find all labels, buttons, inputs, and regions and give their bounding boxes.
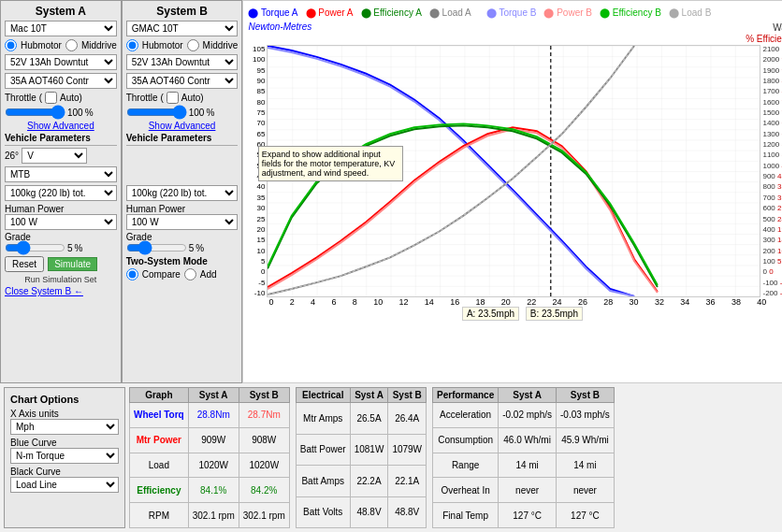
system-b-throttle-label: Throttle ( (126, 93, 164, 103)
system-b-auto-label: Auto) (181, 93, 204, 103)
run-simulation-label: Run Simulation Set (5, 275, 117, 284)
system-b-human-power-label: Human Power (126, 204, 239, 214)
performance-table-header: Performance (433, 388, 499, 403)
mtr-power-label: Mtr Power (130, 427, 189, 453)
system-a-throttle-slider[interactable] (5, 107, 65, 118)
reset-button[interactable]: Reset (5, 256, 44, 272)
rpm-label: RPM (130, 503, 189, 528)
system-a-controller-select[interactable]: 35A AOT460 Contr (5, 73, 117, 89)
legend-item-torque-b: ⬤ Torque B (486, 7, 537, 18)
system-b-show-advanced[interactable]: Show Advanced (126, 121, 239, 131)
graph-table-syst-a: Syst A (188, 388, 239, 403)
system-b-human-power-select[interactable]: 100 W (126, 214, 239, 230)
compare-radio[interactable] (126, 268, 138, 280)
system-b-hubmotor-radio[interactable] (126, 39, 138, 51)
system-a-title: System A (5, 5, 117, 18)
system-a-motor-select[interactable]: Mac 10T (5, 21, 117, 36)
consumption-a: 46.0 Wh/mi (499, 427, 557, 453)
acceleration-label: Acceleration (433, 403, 499, 428)
system-b-controller-select[interactable]: 35A AOT460 Contr (126, 73, 239, 89)
system-a-grade-pct: % (75, 243, 83, 253)
wheel-torq-label: Wheel Torq (130, 403, 189, 428)
system-b-middrive-label: Middrive (203, 40, 239, 50)
y-axis-right: 2100 100 2000 95 1900 90 1800 86 1700 81… (760, 45, 782, 297)
overheat-in-a: never (499, 478, 557, 503)
table-row: Consumption 46.0 Wh/mi 45.9 Wh/mi (433, 427, 615, 453)
load-label: Load (130, 453, 189, 478)
system-a-vehicle-params-header: Vehicle Parameters (5, 133, 117, 143)
table-row: RPM 302.1 rpm 302.1 rpm (130, 503, 290, 528)
table-row: Batt Amps 22.2A 22.1A (296, 466, 426, 497)
advanced-tooltip: Expand to show additional input fields f… (258, 146, 403, 181)
compare-label: Compare (142, 269, 181, 280)
mtr-power-a: 909W (188, 427, 239, 453)
system-a-middrive-radio[interactable] (65, 39, 78, 51)
legend-item-load-b: ⬤ Load B (669, 7, 711, 18)
speed-markers: A: 23.5mph B: 23.5mph (248, 309, 782, 319)
performance-table-syst-a: Syst A (499, 388, 557, 403)
batt-power-b: 1079W (388, 434, 427, 466)
system-b-grade-slider[interactable] (126, 242, 187, 253)
x-axis-units-select[interactable]: Mph (10, 419, 119, 435)
blue-curve-select[interactable]: N-m Torque (10, 448, 119, 464)
consumption-b: 45.9 Wh/mi (557, 427, 615, 453)
system-b-throttle-slider[interactable] (126, 107, 187, 118)
system-a-angle-select[interactable]: V (22, 148, 87, 164)
final-temp-label: Final Temp (433, 503, 499, 528)
electrical-table-syst-a: Syst A (350, 388, 388, 403)
system-b-weight-select[interactable]: 100kg (220 lb) tot. (126, 185, 239, 201)
black-curve-select[interactable]: Load Line (10, 477, 119, 493)
system-a-hubmotor-label: Hubmotor (21, 40, 62, 50)
table-row: Final Temp 127 °C 127 °C (433, 503, 615, 528)
acceleration-a: -0.02 mph/s (499, 403, 557, 428)
chart-options-panel: Chart Options X Axis units Mph Blue Curv… (4, 387, 125, 528)
graph-table-header: Graph (130, 388, 189, 403)
wheel-torq-a: 28.8Nm (188, 403, 239, 428)
table-row: Efficiency 84.1% 84.2% (130, 478, 290, 503)
graph-table: Graph Syst A Syst B Wheel Torq 28.8Nm 28… (129, 387, 290, 528)
legend-item-power-b: ⬤ Power B (543, 7, 592, 18)
chart-eff-label: % Efficiency (746, 34, 782, 44)
table-row: Range 14 mi 14 mi (433, 453, 615, 478)
batt-volts-b: 48.8V (388, 496, 427, 528)
range-label: Range (433, 453, 499, 478)
system-b-motor-select[interactable]: GMAC 10T (126, 21, 239, 36)
electrical-table-header: Electrical (296, 388, 350, 403)
system-a-auto-checkbox[interactable] (45, 92, 57, 104)
batt-amps-label: Batt Amps (296, 466, 350, 497)
final-temp-a: 127 °C (499, 503, 557, 528)
table-row: Mtr Power 909W 908W (130, 427, 290, 453)
range-a: 14 mi (499, 453, 557, 478)
x-axis-units-label: X Axis units (10, 409, 119, 419)
system-b-auto-checkbox[interactable] (167, 92, 179, 104)
load-a: 1020W (188, 453, 239, 478)
batt-amps-b: 22.1A (388, 466, 427, 497)
chart-watts-label: Watts (773, 22, 782, 33)
efficiency-b: 84.2% (239, 478, 289, 503)
system-a-hubmotor-radio[interactable] (5, 39, 17, 51)
system-b-middrive-radio[interactable] (187, 39, 199, 51)
system-b-battery-select[interactable]: 52V 13Ah Downtut (126, 54, 239, 70)
system-a-battery-select[interactable]: 52V 13Ah Downtut (5, 54, 117, 70)
x-axis-labels: 0246810121416182022242628303234363840 (268, 297, 766, 307)
graph-table-syst-b: Syst B (239, 388, 289, 403)
system-a-show-advanced[interactable]: Show Advanced (5, 121, 117, 131)
rpm-a: 302.1 rpm (188, 503, 239, 528)
consumption-label: Consumption (433, 427, 499, 453)
close-system-b-link[interactable]: Close System B ← (5, 286, 117, 296)
two-system-mode-label: Two-System Mode (126, 256, 239, 266)
mtr-amps-b: 26.4A (388, 403, 427, 435)
range-b: 14 mi (557, 453, 615, 478)
system-b-grade-pct: % (196, 243, 204, 253)
legend-item-efficiency-b: ⬤ Efficiency B (600, 7, 661, 18)
system-a-weight-select[interactable]: 100kg (220 lb) tot. (5, 185, 117, 201)
system-a-biketype-select[interactable]: MTB (5, 166, 117, 182)
add-radio[interactable] (184, 268, 196, 280)
electrical-table: Electrical Syst A Syst B Mtr Amps 26.5A … (296, 387, 427, 528)
system-a-grade-slider[interactable] (5, 242, 65, 253)
system-b-hubmotor-label: Hubmotor (142, 40, 183, 50)
simulate-button[interactable]: Simulate (48, 257, 97, 271)
blue-curve-label: Blue Curve (10, 438, 119, 448)
system-a-human-power-select[interactable]: 100 W (5, 214, 117, 230)
chart-area: ⬤ Torque A ⬤ Power A ⬤ Efficiency A ⬤ Lo… (242, 0, 782, 383)
